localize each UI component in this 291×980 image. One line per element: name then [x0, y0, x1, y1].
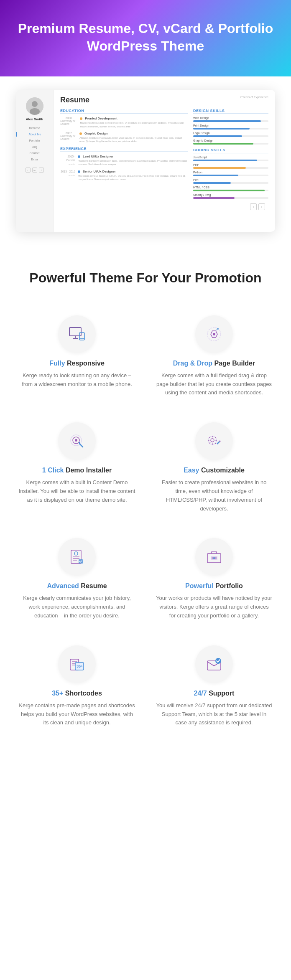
skill-bar-print [193, 128, 250, 129]
monitor-icon [68, 325, 86, 343]
skill-bar-perl [193, 182, 231, 184]
feature-icon-shortcodes-wrap: 35+ [58, 645, 96, 683]
social-linkedin-icon[interactable]: in [32, 168, 37, 173]
feature-rest-drag: Page Builder [214, 360, 255, 367]
feature-portfolio: Powerful Portfolio Your works or product… [146, 526, 283, 632]
feature-title-resume: Advanced Resume [47, 582, 107, 590]
edu-role-1: Fronted Development [80, 117, 188, 120]
feature-icon-resume-wrap [58, 538, 96, 576]
skill-bar-js [193, 160, 257, 161]
experience-item-2: 2013 - 2016studio Senior UI/Ux Designer … [60, 170, 188, 181]
edu-school-1: University of Studies [60, 119, 77, 125]
shortcodes-icon: 35+ [68, 655, 86, 673]
resume-nav-extra[interactable]: Extra [16, 157, 53, 162]
promo-title: Powerful Theme For Your Promotion [17, 269, 274, 287]
resume-right-column: Design Skills Web Design Print Design Lo… [193, 109, 268, 210]
click-icon [68, 432, 86, 450]
gear-pencil-icon [205, 432, 223, 450]
feature-icon-monitor-wrap [58, 315, 96, 353]
feature-rest-responsive: Responsive [67, 360, 105, 367]
feature-rest-shortcodes: Shortcodes [65, 690, 102, 697]
skill-label-php: PHP [193, 163, 268, 166]
feature-icon-gear-wrap [195, 422, 233, 460]
skill-label-print: Print Design [193, 124, 268, 127]
resume-nav-contact[interactable]: Contact [16, 151, 53, 155]
resume-social-links: t in f [26, 168, 44, 173]
edu-dot-2 [79, 132, 82, 135]
drag-drop-icon [205, 325, 223, 343]
edu-dot-1 [80, 117, 82, 120]
skill-label-js: JavaScript [193, 156, 268, 159]
feature-desc-shortcodes: Kerge contains pre-made pages and shortc… [18, 701, 135, 727]
exp-year-1: 2015 - Currentstudio [60, 155, 75, 166]
feature-icon-drag-wrap [195, 315, 233, 353]
resume-preview-section: Alex Smith Resume About Me Portfolio Blo… [0, 76, 291, 249]
exp-dot-2 [78, 170, 80, 173]
experience-label: 7 Years of Experience [240, 96, 268, 99]
skill-bar-html [193, 190, 265, 191]
resume-nav-portfolio[interactable]: Portfolio [16, 138, 53, 143]
design-skill-web: Web Design [193, 117, 268, 122]
svg-point-12 [75, 439, 77, 442]
prev-arrow[interactable]: ‹ [250, 203, 257, 210]
exp-desc-2: Maecenas tempus faucibus rutrum. Duis eu… [78, 174, 188, 181]
feature-title-portfolio: Powerful Portfolio [185, 582, 243, 590]
resume-left-column: Education 2008 University of Studies Fro… [60, 109, 188, 210]
resume-nav-resume[interactable]: Resume [16, 126, 53, 130]
design-skills-title: Design Skills [193, 109, 268, 114]
education-item-1: 2008 University of Studies Fronted Devel… [60, 117, 188, 128]
svg-point-9 [213, 333, 215, 335]
coding-skill-html: HTML / CSS [193, 186, 268, 191]
skill-bar-wrap-graphic [193, 143, 268, 145]
feature-rest-resume: Resume [81, 582, 107, 589]
social-facebook-icon[interactable]: f [39, 168, 44, 173]
skill-bar-python [193, 175, 238, 176]
experience-section-title: Experience [60, 147, 188, 152]
skill-label-perl: Perl [193, 178, 268, 181]
feature-highlight-oneclick: 1 Click [42, 467, 64, 474]
feature-rest-oneclick: Demo Installer [66, 467, 112, 474]
skill-bar-web [193, 120, 261, 122]
feature-customizable: Easy Customizable Easier to create profe… [146, 410, 283, 526]
skill-bar-wrap-perl [193, 182, 268, 184]
next-arrow[interactable]: › [258, 203, 265, 210]
coding-skill-perl: Perl [193, 178, 268, 184]
social-twitter-icon[interactable]: t [26, 168, 31, 173]
resume-title-bar: Resume 7 Years of Experience [60, 96, 268, 104]
feature-highlight-resume: Advanced [47, 582, 79, 589]
feature-title-support: 24/7 Support [194, 690, 235, 697]
resume-card: Alex Smith Resume About Me Portfolio Blo… [16, 90, 275, 232]
portfolio-icon [205, 548, 223, 566]
resume-nav-blog[interactable]: Blog [16, 145, 53, 149]
skill-bar-wrap-web [193, 120, 268, 122]
feature-title-shortcodes: 35+ Shortcodes [52, 690, 102, 697]
feature-highlight-portfolio: Powerful [185, 582, 214, 589]
feature-desc-support: You will receive 24/7 support from our d… [156, 701, 273, 727]
resume-nav-arrows: ‹ › [193, 201, 268, 210]
skill-label-web: Web Design [193, 117, 268, 119]
svg-point-13 [79, 442, 80, 444]
skill-bar-logo [193, 135, 242, 137]
svg-point-15 [211, 439, 214, 442]
feature-shortcodes: 35+ 35+ Shortcodes Kerge contains pre-ma… [8, 633, 146, 740]
svg-point-25 [213, 557, 215, 559]
feature-title-custom: Easy Customizable [184, 467, 245, 474]
resume-sidebar: Alex Smith Resume About Me Portfolio Blo… [16, 90, 54, 232]
email-support-icon [205, 655, 223, 673]
skill-bar-php [193, 167, 246, 169]
edu-year-1: 2008 [60, 117, 72, 119]
feature-advanced-resume: Advanced Resume Kerge clearly communicat… [8, 526, 146, 632]
skill-bar-wrap-html [193, 190, 268, 191]
resume-heading: Resume [60, 96, 89, 104]
edu-role-2: Graphic Design [79, 132, 188, 135]
feature-desc-portfolio: Your works or products will have noticed… [156, 594, 273, 620]
feature-title-oneclick: 1 Click Demo Installer [42, 467, 112, 474]
coding-skill-smarty: Smarty / Twig [193, 193, 268, 199]
skill-bar-wrap-js [193, 160, 268, 161]
resume-nav-aboutme[interactable]: About Me [16, 132, 53, 137]
hero-title: Premium Resume, CV, vCard & Portfolio Wo… [17, 20, 274, 55]
hero-section: Premium Resume, CV, vCard & Portfolio Wo… [0, 0, 291, 76]
feature-highlight-shortcodes: 35+ [52, 690, 63, 697]
skill-bar-wrap-smarty [193, 197, 268, 199]
exp-role-2: Senior UI/Ux Designer [78, 170, 188, 173]
